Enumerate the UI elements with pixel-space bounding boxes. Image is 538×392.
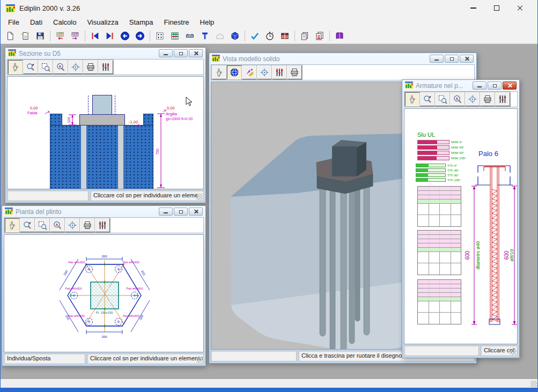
save-document-button[interactable] xyxy=(33,29,47,43)
layers-button[interactable] xyxy=(272,65,287,79)
help-book-button[interactable] xyxy=(333,29,347,43)
sezione-titlebar[interactable]: Sezione su D5 xyxy=(7,48,204,59)
pianta-restore-button[interactable] xyxy=(174,208,188,216)
table-view-button[interactable] xyxy=(168,29,182,43)
sezione-minimize-button[interactable] xyxy=(159,49,173,57)
window-pianta[interactable]: Pianta del plinto a xyxy=(2,205,206,366)
pile-label-bl: Palo ø40x600 xyxy=(68,314,85,317)
desktop-strip xyxy=(1,388,537,392)
sezione-close-button[interactable] xyxy=(189,49,203,57)
main-statusbar xyxy=(1,379,537,388)
center-view-button[interactable] xyxy=(65,218,80,232)
menu-stampa[interactable]: Stampa xyxy=(124,17,159,27)
print-button[interactable] xyxy=(83,60,98,74)
calc-timer-button[interactable] xyxy=(263,29,277,43)
zoom-pan-button[interactable] xyxy=(23,60,38,74)
ratio-bar: M/Mr 0° xyxy=(417,140,466,144)
window-sezione[interactable]: Sezione su D5 a xyxy=(5,47,206,203)
render-mode-button[interactable] xyxy=(242,65,257,79)
nav-last-button[interactable] xyxy=(103,29,117,43)
maximize-button[interactable] xyxy=(485,1,508,16)
zoom-text-button[interactable]: a xyxy=(50,218,65,232)
pianta-close-button[interactable] xyxy=(189,208,203,216)
new-document-button[interactable] xyxy=(3,29,17,43)
vista-close-button[interactable] xyxy=(460,55,474,63)
pile-view-button[interactable] xyxy=(198,29,212,43)
close-button[interactable] xyxy=(508,1,532,16)
calc-results-button[interactable] xyxy=(278,29,292,43)
close-icon xyxy=(465,56,469,61)
table-prev-button[interactable] xyxy=(53,29,67,43)
zoom-text-button[interactable]: a xyxy=(53,60,68,74)
nav-first-button[interactable] xyxy=(88,29,102,43)
menu-finestre[interactable]: Finestre xyxy=(159,17,195,27)
rotate-3d-button[interactable] xyxy=(227,65,242,79)
sezione-statusbar: Cliccare col sn per individuare un eleme xyxy=(7,190,204,201)
menu-dati[interactable]: Dati xyxy=(25,17,48,27)
armature-minimize-button[interactable] xyxy=(473,82,487,90)
pianta-canvas[interactable]: 200 200 200 200 200 200 Palo ø40x600 Pal… xyxy=(4,234,204,352)
window-armature[interactable]: Armature nel p... a Slu UL M/Mr 0°M/Mr 4… xyxy=(402,79,520,358)
sezione-status-left xyxy=(7,190,89,201)
resize-grip[interactable] xyxy=(196,357,203,363)
zoom-text-button[interactable]: a xyxy=(450,92,465,106)
plinth-label: Pl. 150x150 xyxy=(96,311,113,314)
sezione-restore-button[interactable] xyxy=(174,49,188,57)
pianta-minimize-button[interactable] xyxy=(159,208,173,216)
plan-view-button[interactable] xyxy=(153,29,167,43)
armature-titlebar[interactable]: Armature nel p... xyxy=(404,80,518,91)
depth-label: -1,00 xyxy=(129,120,138,124)
menu-help[interactable]: Help xyxy=(195,17,220,27)
zoom-window-button[interactable] xyxy=(38,60,53,74)
layers-button[interactable] xyxy=(495,92,510,106)
armature-toolbar: a xyxy=(404,91,518,107)
vista-titlebar[interactable]: Vista modello solido xyxy=(211,53,475,64)
open-document-button[interactable] xyxy=(18,29,32,43)
calc-run-button[interactable] xyxy=(248,29,262,43)
center-view-button[interactable] xyxy=(68,60,83,74)
resize-grip[interactable] xyxy=(530,381,537,387)
minimize-button[interactable] xyxy=(461,1,485,16)
zoom-pan-button[interactable] xyxy=(420,92,435,106)
layers-button[interactable] xyxy=(95,218,110,232)
armature-restore-button[interactable] xyxy=(488,82,502,90)
menu-visualizza[interactable]: Visualizza xyxy=(82,17,123,27)
hand-button[interactable] xyxy=(212,65,227,79)
toolbar-separator xyxy=(150,31,150,41)
menu-calcolo[interactable]: Calcolo xyxy=(48,17,82,27)
zoom-window-button[interactable] xyxy=(435,92,450,106)
table-next-button[interactable] xyxy=(68,29,82,43)
resize-grip[interactable] xyxy=(510,349,517,355)
print-button[interactable] xyxy=(287,65,302,79)
center-view-button[interactable] xyxy=(257,65,272,79)
pier-view-button[interactable] xyxy=(213,29,227,43)
vista-restore-button[interactable] xyxy=(445,55,459,63)
hand-button[interactable] xyxy=(5,218,20,232)
beam-view-button[interactable] xyxy=(183,29,197,43)
resize-grip[interactable] xyxy=(196,194,203,200)
layers-button[interactable] xyxy=(98,60,113,74)
hand-button[interactable] xyxy=(405,92,420,106)
sezione-canvas[interactable]: 0,00 Falda 100 -1,00 0,00 Argilla gs= xyxy=(7,76,204,189)
center-view-button[interactable] xyxy=(465,92,480,106)
falda-label: Falda xyxy=(27,110,38,115)
zoom-window-button[interactable] xyxy=(35,218,50,232)
menu-file[interactable]: File xyxy=(3,17,25,27)
hand-button[interactable] xyxy=(8,60,23,74)
armature-canvas[interactable]: Slu UL M/Mr 0°M/Mr 45°M/Mr 90°M/Mr 135° … xyxy=(404,108,518,344)
armature-close-button[interactable] xyxy=(503,82,517,90)
print-button[interactable] xyxy=(80,218,95,232)
vista-minimize-button[interactable] xyxy=(430,55,444,63)
zoom-pan-button[interactable] xyxy=(20,218,35,232)
report-pages-button[interactable] xyxy=(313,29,327,43)
print-button[interactable] xyxy=(480,92,495,106)
pianta-title: Pianta del plinto xyxy=(16,208,156,216)
palo-title: Palo 6 xyxy=(478,150,498,158)
pianta-titlebar[interactable]: Pianta del plinto xyxy=(4,206,204,217)
dim-side-tl: 200 xyxy=(63,270,69,276)
solid-view-button[interactable] xyxy=(228,29,242,43)
nav-forward-button[interactable] xyxy=(133,29,147,43)
copy-pages-button[interactable] xyxy=(298,29,312,43)
nav-back-button[interactable] xyxy=(118,29,132,43)
reinforcement-table-1 xyxy=(417,186,461,227)
